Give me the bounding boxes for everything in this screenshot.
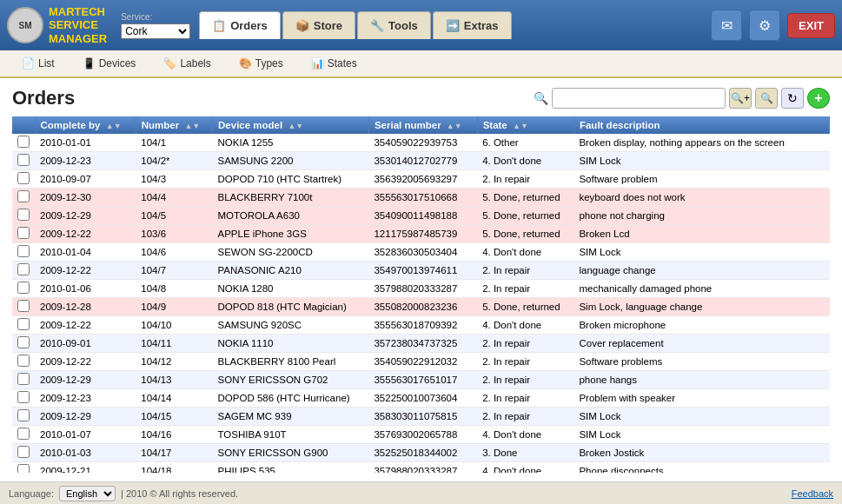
refresh-button[interactable]: ↻ bbox=[781, 88, 804, 109]
feedback-link[interactable]: Feedback bbox=[792, 488, 833, 499]
app-title: MARTECH SERVICE MANAGER bbox=[49, 5, 107, 46]
cell-device-model: SAMSUNG 920SC bbox=[213, 316, 369, 335]
table-row: 2009-12-22104/7PANASONIC A21035497001397… bbox=[12, 262, 830, 280]
table-row: 2009-12-29104/15SAGEM MC 939358303011075… bbox=[12, 408, 830, 426]
cell-number: 104/8 bbox=[136, 280, 212, 298]
row-checkbox[interactable] bbox=[17, 263, 30, 275]
cell-number: 104/12 bbox=[136, 353, 212, 371]
table-row: 2009-12-23104/2*SAMSUNG 2200353014012702… bbox=[12, 152, 830, 170]
row-checkbox[interactable] bbox=[17, 300, 30, 312]
cell-complete-by: 2010-01-04 bbox=[35, 243, 136, 262]
row-checkbox[interactable] bbox=[17, 245, 30, 257]
list-tab-icon: 📄 bbox=[22, 57, 35, 70]
sub-tab-labels[interactable]: 🏷️ Labels bbox=[150, 52, 223, 75]
cell-serial-number: 352250010073604 bbox=[368, 389, 477, 408]
language-label: Language: bbox=[9, 488, 54, 499]
row-checkbox[interactable] bbox=[17, 355, 30, 367]
devices-tab-icon: 📱 bbox=[83, 57, 96, 70]
cell-fault-description: Broken display, nothing appears on the s… bbox=[573, 134, 829, 152]
nav-tab-store[interactable]: 📦 Store bbox=[282, 11, 355, 39]
table-row: 2009-12-22103/6APPLE iPhone 3GS121175987… bbox=[12, 225, 830, 243]
add-order-button[interactable]: + bbox=[807, 88, 830, 109]
sub-tab-devices[interactable]: 📱 Devices bbox=[70, 52, 149, 75]
table-row: 2009-12-22104/12BLACKBERRY 8100 Pearl354… bbox=[12, 353, 830, 371]
cell-state: 5. Done, returned bbox=[477, 298, 573, 316]
cell-fault-description: SIM Lock bbox=[573, 426, 829, 444]
cell-serial-number: 355082000823236 bbox=[368, 298, 477, 316]
cell-number: 104/7 bbox=[136, 262, 212, 280]
orders-tab-icon: 📋 bbox=[212, 19, 226, 32]
search-input[interactable] bbox=[552, 88, 726, 109]
col-check bbox=[12, 116, 35, 134]
row-checkbox[interactable] bbox=[17, 318, 30, 330]
mail-button[interactable]: ✉ bbox=[711, 10, 742, 41]
row-checkbox[interactable] bbox=[17, 154, 30, 166]
search-clear-button[interactable]: 🔍 bbox=[755, 88, 778, 109]
service-select[interactable]: Cork bbox=[121, 23, 190, 39]
col-serial-number[interactable]: Serial number ▲▼ bbox=[368, 116, 477, 134]
cell-complete-by: 2009-12-22 bbox=[35, 353, 136, 371]
row-checkbox[interactable] bbox=[17, 428, 30, 440]
cell-fault-description: language change bbox=[573, 262, 829, 280]
store-tab-icon: 📦 bbox=[295, 19, 309, 32]
cell-device-model: SAMSUNG 2200 bbox=[213, 152, 369, 170]
cell-device-model: DOPOD 710 (HTC Startrek) bbox=[213, 170, 369, 189]
cell-device-model: NOKIA 1110 bbox=[213, 335, 369, 353]
cell-complete-by: 2009-12-22 bbox=[35, 262, 136, 280]
settings-button[interactable]: ⚙ bbox=[749, 10, 780, 41]
cell-complete-by: 2009-12-29 bbox=[35, 207, 136, 225]
row-checkbox[interactable] bbox=[17, 336, 30, 348]
exit-button[interactable]: EXIT bbox=[787, 13, 835, 38]
cell-complete-by: 2009-12-22 bbox=[35, 316, 136, 335]
cell-fault-description: SIM Lock bbox=[573, 243, 829, 262]
footer: Language: English | 2010 © All rights re… bbox=[0, 481, 842, 504]
cell-number: 104/13 bbox=[136, 371, 212, 389]
row-checkbox[interactable] bbox=[17, 227, 30, 239]
row-checkbox[interactable] bbox=[17, 136, 30, 148]
cell-device-model: SEWON SG-2200CD bbox=[213, 243, 369, 262]
col-number[interactable]: Number ▲▼ bbox=[136, 116, 212, 134]
cell-number: 104/4 bbox=[136, 189, 212, 207]
row-checkbox[interactable] bbox=[17, 190, 30, 202]
sub-tab-states[interactable]: 📊 States bbox=[298, 52, 370, 75]
cell-device-model: BLACKBERRY 7100t bbox=[213, 189, 369, 207]
row-checkbox[interactable] bbox=[17, 464, 30, 473]
col-device-model[interactable]: Device model ▲▼ bbox=[213, 116, 369, 134]
nav-tab-extras[interactable]: ➡️ Extras bbox=[433, 11, 512, 39]
row-checkbox[interactable] bbox=[17, 409, 30, 421]
cell-fault-description: keyboard does not work bbox=[573, 189, 829, 207]
cell-serial-number: 354059022939753 bbox=[368, 134, 477, 152]
language-select[interactable]: English bbox=[59, 486, 116, 501]
nav-tab-orders[interactable]: 📋 Orders bbox=[199, 11, 281, 39]
copyright-text: | 2010 © All rights reserved. bbox=[121, 488, 238, 499]
extras-tab-label: Extras bbox=[464, 19, 499, 32]
table-row: 2009-12-23104/14DOPOD 586 (HTC Hurricane… bbox=[12, 389, 830, 408]
cell-number: 104/15 bbox=[136, 408, 212, 426]
cell-state: 6. Other bbox=[477, 134, 573, 152]
row-checkbox[interactable] bbox=[17, 282, 30, 294]
row-checkbox[interactable] bbox=[17, 373, 30, 385]
cell-state: 2. In repair bbox=[477, 389, 573, 408]
nav-tab-tools[interactable]: 🔧 Tools bbox=[357, 11, 431, 39]
table-row: 2010-01-04104/6SEWON SG-2200CD3528360305… bbox=[12, 243, 830, 262]
row-checkbox[interactable] bbox=[17, 391, 30, 403]
nav-tabs-top: 📋 Orders 📦 Store 🔧 Tools ➡️ Extras bbox=[199, 11, 702, 39]
search-icon: 🔍 bbox=[534, 91, 548, 105]
orders-tab-label: Orders bbox=[230, 19, 268, 32]
sub-tab-list[interactable]: 📄 List bbox=[9, 52, 68, 75]
list-tab-label: List bbox=[38, 57, 55, 70]
search-plus-button[interactable]: 🔍+ bbox=[729, 88, 752, 109]
cell-device-model: DOPOD 818 (HTC Magician) bbox=[213, 298, 369, 316]
cell-number: 104/3 bbox=[136, 170, 212, 189]
types-tab-icon: 🎨 bbox=[239, 57, 252, 70]
row-checkbox[interactable] bbox=[17, 172, 30, 184]
sub-tab-types[interactable]: 🎨 Types bbox=[226, 52, 296, 75]
col-state[interactable]: State ▲▼ bbox=[477, 116, 573, 134]
cell-complete-by: 2010-09-01 bbox=[35, 335, 136, 353]
row-checkbox[interactable] bbox=[17, 446, 30, 458]
col-complete-by[interactable]: Complete by ▲▼ bbox=[35, 116, 136, 134]
row-checkbox[interactable] bbox=[17, 209, 30, 221]
cell-state: 5. Done, returned bbox=[477, 207, 573, 225]
labels-tab-label: Labels bbox=[180, 57, 210, 70]
types-tab-label: Types bbox=[255, 57, 283, 70]
